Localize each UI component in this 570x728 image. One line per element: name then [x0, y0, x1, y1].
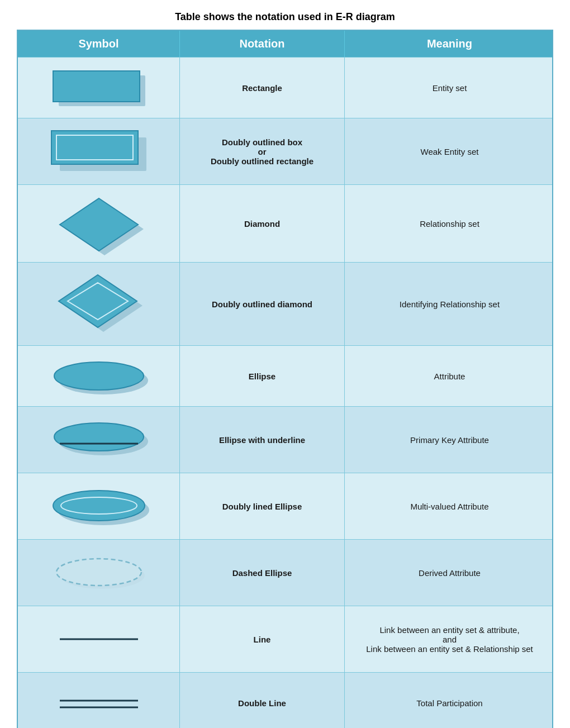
symbol-cell — [18, 407, 180, 473]
notation-cell: Line — [180, 606, 345, 672]
table-row: Rectangle Entity set — [18, 57, 552, 118]
table-row: Doubly outlined box or Doubly outlined r… — [18, 118, 552, 184]
meaning-cell: Derived Attribute — [345, 540, 554, 606]
notation-cell: Doubly outlined box or Doubly outlined r… — [180, 118, 345, 184]
header-notation: Notation — [180, 31, 345, 57]
dashed-ellipse-icon — [43, 548, 155, 598]
ellipse-underline-icon — [43, 415, 155, 465]
meaning-cell: Entity set — [345, 58, 554, 118]
rectangle-icon — [43, 65, 155, 110]
page-title: Table shows the notation used in E-R dia… — [175, 11, 395, 23]
svg-point-16 — [53, 491, 145, 521]
table-row: Diamond Relationship set — [18, 184, 552, 262]
table-header: Symbol Notation Meaning — [18, 31, 552, 57]
meaning-cell: Relationship set — [345, 185, 554, 262]
svg-marker-6 — [60, 198, 138, 251]
table-row: Doubly outlined diamond Identifying Rela… — [18, 262, 552, 345]
svg-rect-1 — [53, 71, 140, 102]
table-row: Line Link between an entity set & attrib… — [18, 606, 552, 672]
meaning-cell: Attribute — [345, 346, 554, 406]
header-symbol: Symbol — [18, 31, 180, 57]
meaning-cell: Link between an entity set & attribute, … — [345, 606, 554, 672]
notation-cell: Ellipse — [180, 346, 345, 406]
symbol-cell — [18, 185, 180, 262]
symbol-cell — [18, 118, 180, 184]
table-row: Ellipse Attribute — [18, 345, 552, 406]
meaning-cell: Identifying Relationship set — [345, 263, 554, 345]
svg-point-19 — [56, 559, 141, 586]
notation-cell: Rectangle — [180, 58, 345, 118]
notation-cell: Double Line — [180, 673, 345, 728]
svg-point-13 — [54, 423, 144, 451]
doubly-outlined-box-icon — [43, 126, 155, 177]
double-line-icon — [43, 681, 155, 725]
svg-point-11 — [54, 362, 144, 390]
symbol-cell — [18, 263, 180, 345]
table-row: Ellipse with underline Primary Key Attri… — [18, 406, 552, 473]
meaning-cell: Primary Key Attribute — [345, 407, 554, 473]
table-row: Double Line Total Participation — [18, 672, 552, 728]
symbol-cell — [18, 673, 180, 728]
notation-cell: Doubly outlined diamond — [180, 263, 345, 345]
notation-cell: Dashed Ellipse — [180, 540, 345, 606]
meaning-cell: Total Participation — [345, 673, 554, 728]
symbol-cell — [18, 540, 180, 606]
table-row: Doubly lined Ellipse Multi-valued Attrib… — [18, 473, 552, 539]
symbol-cell — [18, 346, 180, 406]
diamond-icon — [43, 193, 155, 254]
table-row: Dashed Ellipse Derived Attribute — [18, 539, 552, 606]
symbol-cell — [18, 473, 180, 539]
symbol-cell — [18, 606, 180, 672]
header-meaning: Meaning — [345, 31, 554, 57]
line-icon — [43, 614, 155, 664]
symbol-cell — [18, 58, 180, 118]
notation-cell: Ellipse with underline — [180, 407, 345, 473]
doubly-lined-ellipse-icon — [43, 481, 155, 531]
ellipse-icon — [43, 354, 155, 398]
notation-cell: Doubly lined Ellipse — [180, 473, 345, 539]
meaning-cell: Multi-valued Attribute — [345, 473, 554, 539]
meaning-cell: Weak Entity set — [345, 118, 554, 184]
er-diagram-table: Symbol Notation Meaning Rectangle Entity… — [17, 30, 553, 728]
notation-cell: Diamond — [180, 185, 345, 262]
doubly-outlined-diamond-icon — [43, 270, 155, 337]
